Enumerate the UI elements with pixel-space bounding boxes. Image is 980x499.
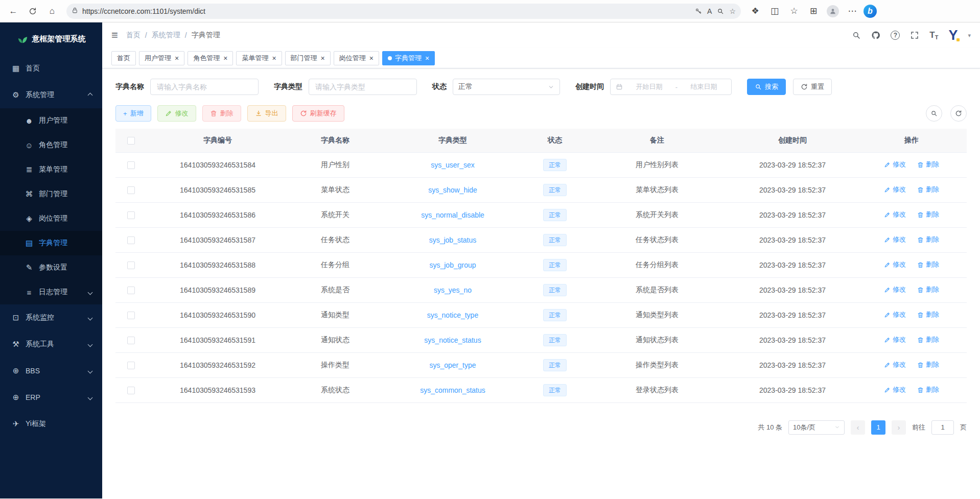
profile-avatar[interactable] xyxy=(825,3,841,19)
row-delete-link[interactable]: 删除 xyxy=(917,210,939,219)
row-checkbox[interactable] xyxy=(127,262,135,269)
row-checkbox[interactable] xyxy=(127,312,135,319)
status-select[interactable]: 正常 xyxy=(453,79,560,95)
tab-home[interactable]: 首页 × xyxy=(111,51,136,65)
lock-icon[interactable] xyxy=(72,7,78,16)
page-size-select[interactable]: 10条/页 xyxy=(788,420,845,435)
search-icon[interactable] xyxy=(852,31,861,40)
dict-type-link[interactable]: sys_oper_type xyxy=(429,361,476,369)
url-text[interactable]: https://ccnetcore.com:1101/system/dict xyxy=(82,7,691,15)
edit-button[interactable]: 修改 xyxy=(157,105,196,122)
extensions-icon[interactable]: ❖ xyxy=(747,3,763,19)
breadcrumb-home[interactable]: 首页 xyxy=(126,31,141,40)
fullscreen-icon[interactable] xyxy=(910,31,919,40)
tab-post[interactable]: 岗位管理 × xyxy=(334,51,379,65)
dict-name-input[interactable] xyxy=(150,79,259,95)
next-page-button[interactable]: › xyxy=(892,420,906,435)
row-edit-link[interactable]: 修改 xyxy=(884,160,906,169)
row-checkbox[interactable] xyxy=(127,186,135,194)
sidebar-toggle-icon[interactable]: ≡ xyxy=(111,29,118,42)
collections-icon[interactable]: ⊞ xyxy=(805,3,822,19)
tab-dept[interactable]: 部门管理 × xyxy=(285,51,331,65)
sidebar-item-departments[interactable]: ⌘ 部门管理 xyxy=(0,182,102,206)
sidebar-item-dict[interactable]: ▤ 字典管理 xyxy=(0,231,102,255)
sidebar-item-tools[interactable]: ⚒ 系统工具 xyxy=(0,331,102,358)
close-icon[interactable]: × xyxy=(369,55,374,62)
password-key-icon[interactable] xyxy=(695,8,702,15)
user-avatar-logo[interactable]: Y xyxy=(948,29,958,42)
prev-page-button[interactable]: ‹ xyxy=(851,420,865,435)
row-edit-link[interactable]: 修改 xyxy=(884,285,906,294)
sidebar-item-system[interactable]: ⚙ 系统管理 xyxy=(0,82,102,108)
tab-user[interactable]: 用户管理 × xyxy=(139,51,184,65)
date-range-picker[interactable]: 开始日期 - 结束日期 xyxy=(610,79,732,95)
row-checkbox[interactable] xyxy=(127,387,135,394)
favorite-star-icon[interactable]: ☆ xyxy=(729,7,736,15)
favorites-icon[interactable]: ☆ xyxy=(786,3,802,19)
sidebar-item-bbs[interactable]: ⊕ BBS xyxy=(0,358,102,384)
help-icon[interactable]: ? xyxy=(891,31,900,40)
dict-type-link[interactable]: sys_notice_type xyxy=(427,311,478,319)
page-number-button[interactable]: 1 xyxy=(871,420,885,435)
close-icon[interactable]: × xyxy=(175,55,179,62)
dict-type-link[interactable]: sys_yes_no xyxy=(434,286,472,294)
more-menu-icon[interactable]: ⋯ xyxy=(844,3,860,19)
dict-type-link[interactable]: sys_job_status xyxy=(429,236,477,244)
close-icon[interactable]: × xyxy=(223,55,227,62)
github-icon[interactable] xyxy=(871,31,880,40)
font-size-icon[interactable]: TT xyxy=(929,30,938,40)
sidebar-item-users[interactable]: ☻ 用户管理 xyxy=(0,108,102,133)
dict-type-link[interactable]: sys_show_hide xyxy=(428,186,477,194)
search-button[interactable]: 搜索 xyxy=(747,79,786,95)
read-aloud-icon[interactable]: A xyxy=(707,7,712,15)
row-delete-link[interactable]: 删除 xyxy=(917,260,939,269)
row-delete-link[interactable]: 删除 xyxy=(917,335,939,344)
toggle-search-icon[interactable] xyxy=(926,105,942,122)
row-edit-link[interactable]: 修改 xyxy=(884,335,906,344)
tab-menu[interactable]: 菜单管理 × xyxy=(236,51,282,65)
close-icon[interactable]: × xyxy=(321,55,325,62)
row-delete-link[interactable]: 删除 xyxy=(917,160,939,169)
dict-type-link[interactable]: sys_normal_disable xyxy=(421,211,484,219)
bing-copilot-icon[interactable]: b xyxy=(864,5,877,18)
row-checkbox[interactable] xyxy=(127,236,135,244)
sidebar-item-roles[interactable]: ☺ 角色管理 xyxy=(0,133,102,157)
delete-button[interactable]: 删除 xyxy=(202,105,241,122)
row-edit-link[interactable]: 修改 xyxy=(884,310,906,319)
sidebar-item-logs[interactable]: ≡ 日志管理 xyxy=(0,280,102,304)
add-button[interactable]: +新增 xyxy=(115,105,151,122)
row-delete-link[interactable]: 删除 xyxy=(917,360,939,369)
sidebar-item-monitor[interactable]: ⊡ 系统监控 xyxy=(0,304,102,331)
goto-page-input[interactable] xyxy=(931,420,954,435)
row-delete-link[interactable]: 删除 xyxy=(917,185,939,194)
row-checkbox[interactable] xyxy=(127,362,135,369)
row-checkbox[interactable] xyxy=(127,337,135,344)
row-edit-link[interactable]: 修改 xyxy=(884,260,906,269)
tab-role[interactable]: 角色管理 × xyxy=(188,51,233,65)
row-checkbox[interactable] xyxy=(127,211,135,219)
row-delete-link[interactable]: 删除 xyxy=(917,285,939,294)
select-all-checkbox[interactable] xyxy=(127,137,135,145)
row-delete-link[interactable]: 删除 xyxy=(917,385,939,394)
dict-type-link[interactable]: sys_common_status xyxy=(420,386,485,394)
sidebar-item-params[interactable]: ✎ 参数设置 xyxy=(0,255,102,280)
date-end-placeholder[interactable]: 结束日期 xyxy=(682,82,726,91)
sidebar-item-erp[interactable]: ⊕ ERP xyxy=(0,384,102,411)
dict-type-input[interactable] xyxy=(309,79,417,95)
row-edit-link[interactable]: 修改 xyxy=(884,385,906,394)
date-start-placeholder[interactable]: 开始日期 xyxy=(627,82,671,91)
close-icon[interactable]: × xyxy=(272,55,276,62)
sidebar-item-posts[interactable]: ◈ 岗位管理 xyxy=(0,206,102,231)
tab-dict[interactable]: 字典管理 × xyxy=(382,51,435,65)
home-icon[interactable]: ⌂ xyxy=(44,3,60,19)
row-edit-link[interactable]: 修改 xyxy=(884,210,906,219)
zoom-icon[interactable] xyxy=(717,8,724,15)
row-checkbox[interactable] xyxy=(127,287,135,294)
avatar-caret-icon[interactable]: ▾ xyxy=(968,32,971,39)
refresh-cache-button[interactable]: 刷新缓存 xyxy=(292,105,344,122)
close-icon[interactable]: × xyxy=(425,55,429,62)
refresh-table-icon[interactable] xyxy=(950,105,967,122)
sidebar-item-yi[interactable]: ✈ Yi框架 xyxy=(0,411,102,437)
split-screen-icon[interactable]: ◫ xyxy=(766,3,783,19)
dict-type-link[interactable]: sys_user_sex xyxy=(431,161,475,169)
